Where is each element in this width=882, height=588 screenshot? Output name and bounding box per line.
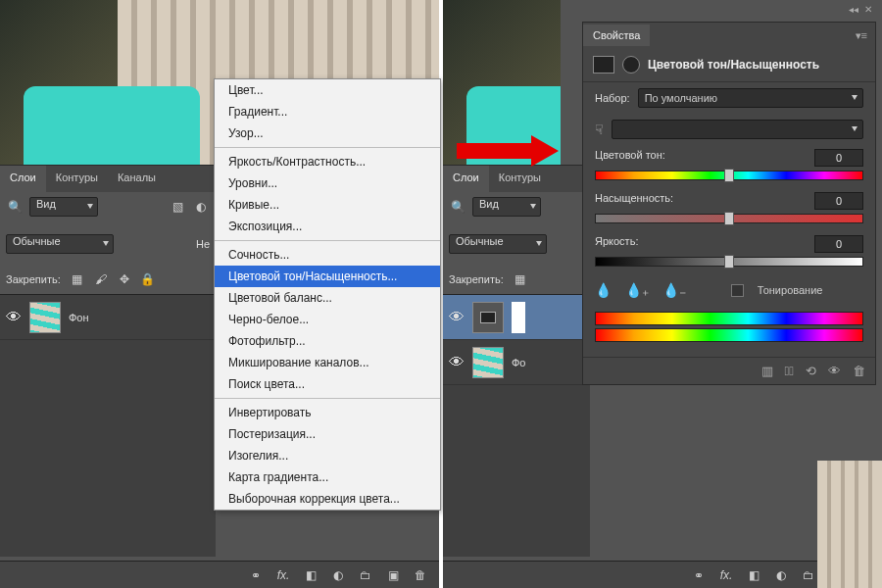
layers-list: 👁 👁 Фо (443, 294, 590, 557)
layer-thumbnail[interactable] (472, 347, 504, 378)
saturation-value[interactable]: 0 (814, 192, 863, 210)
properties-title: Цветовой тон/Насыщенность (648, 58, 819, 72)
adjustment-icon[interactable]: ◐ (772, 568, 790, 582)
filter-image-icon[interactable]: ▧ (169, 198, 186, 216)
lock-move-icon[interactable]: ✥ (116, 270, 133, 288)
layer-name: Фон (69, 312, 89, 323)
lightness-slider[interactable] (595, 257, 863, 267)
eyedropper-add-icon[interactable]: 💧₊ (625, 282, 649, 298)
menu-item[interactable]: Поиск цвета... (215, 373, 440, 395)
lightness-label: Яркость: (595, 235, 638, 253)
eyedropper-icon[interactable]: 💧 (595, 282, 612, 298)
layer-filter-select[interactable]: Вид (29, 197, 98, 217)
menu-item[interactable]: Изогелия... (215, 445, 440, 466)
blend-mode-select[interactable]: Обычные (6, 234, 114, 254)
targeted-adjust-icon[interactable]: ☟ (595, 122, 604, 137)
mask-type-icon (622, 56, 640, 74)
tab-paths[interactable]: Контуры (489, 166, 551, 192)
lock-brush-icon[interactable]: 🖌 (92, 270, 110, 288)
panel-menu-icon[interactable]: ▾≡ (848, 29, 875, 42)
menu-item[interactable]: Постеризация... (215, 423, 440, 445)
tab-paths[interactable]: Контуры (46, 166, 108, 192)
properties-panel: Свойства ▾≡ Цветовой тон/Насыщенность На… (582, 22, 876, 385)
hue-label: Цветовой тон: (595, 149, 665, 167)
clip-icon[interactable]: ▥ (761, 364, 773, 378)
preset-select[interactable]: По умолчанию (638, 88, 863, 108)
visibility-icon[interactable]: 👁 (449, 354, 465, 371)
layers-footer: ⚭ fx. ◧ ◐ 🗀 ▣ 🗑 (443, 561, 882, 588)
new-layer-icon[interactable]: ▣ (384, 568, 402, 582)
hue-value[interactable]: 0 (814, 149, 863, 167)
menu-item[interactable]: Градиент... (215, 101, 440, 122)
blend-mode-select[interactable]: Обычные (449, 234, 547, 254)
saturation-slider[interactable] (595, 214, 863, 223)
menu-item[interactable]: Уровни... (215, 172, 440, 194)
menu-item[interactable]: Сочность... (215, 244, 440, 266)
mask-icon[interactable]: ◧ (745, 568, 762, 582)
layer-row[interactable]: 👁 Фон (0, 295, 216, 340)
menu-item[interactable]: Выборочная коррекция цвета... (215, 488, 440, 510)
lock-all-icon[interactable]: 🔒 (139, 270, 157, 288)
menu-item[interactable]: Цветовой баланс... (215, 287, 440, 309)
tab-layers[interactable]: Слои (443, 166, 489, 192)
close-icon[interactable]: ✕ (864, 4, 872, 15)
lightness-value[interactable]: 0 (814, 235, 863, 253)
visibility-icon[interactable]: 👁 (6, 309, 22, 326)
menu-item[interactable]: Узор... (215, 122, 440, 144)
adjustment-icon[interactable]: ◐ (329, 568, 347, 582)
tab-channels[interactable]: Каналы (108, 166, 166, 192)
lock-pixels-icon[interactable]: ▦ (512, 270, 529, 288)
hue-slider[interactable] (595, 171, 863, 180)
layer-name: Фо (512, 357, 525, 368)
trash-icon[interactable]: 🗑 (853, 364, 865, 378)
opacity-label: Не (196, 238, 210, 250)
folder-icon[interactable]: 🗀 (800, 568, 817, 582)
fx-icon[interactable]: fx. (274, 568, 292, 582)
mask-thumbnail[interactable] (512, 302, 525, 333)
previous-state-icon[interactable]: 👁⃕ (785, 364, 795, 378)
layer-filter-value: Вид (36, 198, 56, 210)
lock-pixels-icon[interactable]: ▦ (69, 270, 86, 288)
layers-panel-tabs: Слои Контуры (443, 165, 590, 192)
menu-item[interactable]: Черно-белое... (215, 309, 440, 330)
canvas-strip (817, 461, 882, 588)
adjustment-type-icon (593, 56, 614, 74)
adjustment-context-menu: Цвет... Градиент... Узор... Яркость/Конт… (214, 78, 441, 511)
mask-icon[interactable]: ◧ (302, 568, 319, 582)
menu-item[interactable]: Кривые... (215, 194, 440, 216)
menu-item[interactable]: Инвертировать (215, 402, 440, 423)
visibility-icon[interactable]: 👁 (449, 309, 465, 326)
filter-adjust-icon[interactable]: ◐ (192, 198, 210, 216)
tab-properties[interactable]: Свойства (583, 24, 650, 46)
menu-item[interactable]: Цвет... (215, 79, 440, 101)
colorize-checkbox[interactable] (731, 284, 744, 297)
tab-layers[interactable]: Слои (0, 166, 46, 192)
menu-item[interactable]: Карта градиента... (215, 466, 440, 488)
menu-item-hue-saturation[interactable]: Цветовой тон/Насыщенность... (215, 266, 440, 287)
preset-label: Набор: (595, 92, 630, 104)
reset-icon[interactable]: ⟲ (806, 364, 816, 378)
layer-row-adjustment[interactable]: 👁 (443, 295, 590, 340)
folder-icon[interactable]: 🗀 (357, 568, 374, 582)
eyedropper-subtract-icon[interactable]: 💧₋ (662, 282, 686, 298)
channel-select[interactable] (612, 120, 863, 139)
trash-icon[interactable]: 🗑 (412, 568, 429, 582)
menu-item[interactable]: Яркость/Контрастность... (215, 151, 440, 172)
menu-item[interactable]: Микширование каналов... (215, 352, 440, 373)
preset-value: По умолчанию (645, 92, 717, 104)
fx-icon[interactable]: fx. (717, 568, 735, 582)
link-icon[interactable]: ⚭ (690, 568, 708, 582)
search-icon: 🔍 (6, 198, 24, 216)
collapse-icon[interactable]: ◂◂ (849, 4, 858, 15)
adjustment-thumbnail[interactable] (472, 302, 504, 333)
search-icon: 🔍 (449, 198, 466, 216)
menu-item[interactable]: Экспозиция... (215, 216, 440, 237)
hue-range-bar-top[interactable] (595, 312, 863, 325)
toggle-visibility-icon[interactable]: 👁 (828, 364, 841, 378)
hue-range-bar-bottom[interactable] (595, 328, 863, 342)
layer-thumbnail[interactable] (29, 302, 61, 333)
layer-filter-select[interactable]: Вид (472, 197, 541, 217)
link-icon[interactable]: ⚭ (247, 568, 265, 582)
menu-item[interactable]: Фотофильтр... (215, 330, 440, 352)
layer-row[interactable]: 👁 Фо (443, 340, 590, 385)
